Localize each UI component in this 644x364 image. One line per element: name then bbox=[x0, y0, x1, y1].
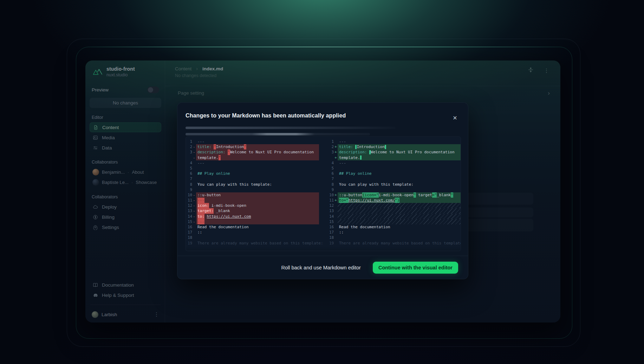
diff-line: 18 bbox=[327, 235, 461, 240]
code-line: There are already many website based on … bbox=[338, 241, 461, 246]
code-segment: https://ui.nuxt.com/ bbox=[349, 198, 395, 203]
code-line bbox=[196, 187, 319, 192]
code-segment: https://ui.nuxt.com bbox=[207, 214, 251, 219]
code-segment bbox=[225, 149, 228, 155]
line-number: 3 bbox=[186, 149, 192, 155]
code-segment: "} bbox=[395, 198, 399, 203]
code-segment: to: bbox=[197, 214, 204, 219]
diff-marker: - bbox=[192, 144, 196, 149]
code-line: icon: i-mdi-book-open bbox=[196, 203, 319, 208]
line-number: 19 bbox=[327, 241, 334, 246]
diff-line: 16Read the documentation bbox=[186, 224, 319, 230]
line-number: 14 bbox=[186, 214, 192, 219]
diff-line: 7 bbox=[327, 176, 461, 181]
code-segment: There are already many website based on … bbox=[339, 241, 461, 246]
code-line bbox=[338, 166, 461, 171]
rollback-button[interactable]: Roll back and use Markdown editor bbox=[281, 265, 360, 270]
diff-line: 19There are already many website based o… bbox=[327, 241, 461, 246]
line-number: 2 bbox=[327, 144, 334, 149]
line-number: 13 bbox=[186, 208, 192, 213]
code-segment: " bbox=[451, 192, 453, 198]
diff-marker bbox=[334, 214, 338, 219]
diff-line: 19There are already many website based o… bbox=[186, 241, 319, 246]
diff-marker: - bbox=[192, 203, 196, 208]
diff-line: -template." bbox=[186, 155, 319, 160]
diff-marker: + bbox=[334, 198, 338, 203]
diff-marker bbox=[192, 171, 196, 176]
code-line: ::u-button bbox=[196, 192, 319, 198]
code-segment: " bbox=[414, 192, 416, 198]
diff-marker bbox=[334, 187, 338, 192]
code-line: description: Welcome to Nuxt UI Pro docu… bbox=[338, 149, 461, 155]
diff-line: 17:: bbox=[327, 230, 461, 235]
line-number bbox=[186, 155, 192, 160]
diff-marker bbox=[334, 182, 338, 187]
code-segment bbox=[353, 144, 356, 149]
code-line bbox=[196, 235, 319, 240]
markdown-changes-modal: Changes to your Markdown has been automa… bbox=[177, 102, 468, 279]
code-segment: " bbox=[244, 144, 246, 149]
code-segment: --- bbox=[197, 219, 204, 224]
line-number: 11 bbox=[186, 198, 192, 203]
code-segment: _blank bbox=[437, 192, 451, 198]
code-line: --- bbox=[196, 219, 319, 224]
line-number: 1 bbox=[186, 139, 192, 144]
diff-marker bbox=[192, 235, 196, 240]
diff-marker: + bbox=[334, 149, 338, 155]
diff-pane-before[interactable]: 1---2-title: "Introduction"3-description… bbox=[186, 139, 319, 251]
close-icon[interactable]: ✕ bbox=[451, 114, 459, 122]
code-line: to="https://ui.nuxt.com/"} bbox=[338, 198, 461, 203]
diff-marker bbox=[192, 230, 196, 235]
code-segment: description: bbox=[197, 149, 225, 155]
code-line: ## Play online bbox=[196, 171, 319, 176]
line-number: 1 bbox=[327, 139, 334, 144]
code-segment: template. bbox=[339, 155, 360, 160]
code-segment: " bbox=[219, 155, 221, 160]
modal-header: Changes to your Markdown has been automa… bbox=[177, 103, 468, 119]
diff-line: 9 bbox=[327, 187, 461, 192]
line-number: 6 bbox=[327, 171, 334, 176]
diff-marker bbox=[192, 139, 196, 144]
code-segment bbox=[385, 145, 386, 149]
code-line bbox=[338, 214, 461, 219]
code-segment: Welcome to Nuxt UI Pro documentation bbox=[371, 149, 454, 155]
diff-line: 1--- bbox=[186, 139, 319, 144]
code-line: :: bbox=[338, 230, 461, 235]
diff-line: 3+description: Welcome to Nuxt UI Pro do… bbox=[327, 149, 461, 155]
code-segment: Introduction bbox=[216, 144, 244, 149]
code-segment: {icon bbox=[362, 192, 374, 198]
diff-marker bbox=[334, 203, 338, 208]
diff-marker bbox=[192, 187, 196, 192]
diff-marker bbox=[192, 176, 196, 181]
code-line: ::u-button{icon="i-mdi-book-open" target… bbox=[338, 192, 461, 198]
code-segment: There are already many website based on … bbox=[197, 241, 323, 246]
code-line bbox=[338, 203, 461, 208]
code-segment: target bbox=[416, 192, 432, 198]
code-segment bbox=[360, 155, 362, 160]
diff-line: 11---- bbox=[186, 198, 319, 203]
diff-pane-after[interactable]: 1---2+title: Introduction3+description: … bbox=[327, 139, 461, 251]
diff-marker: - bbox=[192, 214, 196, 219]
diff-line: 4--- bbox=[186, 160, 319, 166]
line-number: 16 bbox=[186, 224, 192, 230]
diff-line: +template. bbox=[327, 155, 461, 160]
code-line bbox=[196, 166, 319, 171]
line-number: 18 bbox=[327, 235, 334, 240]
line-number: 10 bbox=[186, 192, 192, 198]
continue-visual-editor-button[interactable]: Continue with the visual editor bbox=[373, 262, 458, 274]
diff-marker bbox=[334, 171, 338, 176]
code-segment: You can play with this template: bbox=[197, 182, 272, 187]
code-segment: Introduction bbox=[357, 144, 384, 149]
line-number: 9 bbox=[186, 187, 192, 192]
code-segment: --- bbox=[197, 139, 204, 144]
line-number: 8 bbox=[186, 182, 192, 187]
line-number: 7 bbox=[327, 176, 334, 181]
diff-line: 8You can play with this template: bbox=[186, 182, 319, 187]
diff-line: 16Read the documentation bbox=[327, 224, 461, 230]
diff-line: 11+to="https://ui.nuxt.com/"} bbox=[327, 198, 461, 203]
diff-marker bbox=[334, 166, 338, 171]
code-segment: Welcome to Nuxt UI Pro documentation bbox=[230, 149, 314, 155]
code-segment: --- bbox=[197, 198, 204, 203]
code-line: title: "Introduction" bbox=[196, 144, 319, 149]
code-line: ## Play online bbox=[338, 171, 461, 176]
